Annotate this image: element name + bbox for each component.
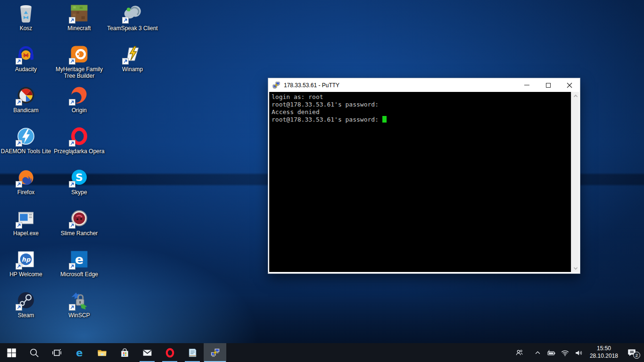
notepad-icon	[187, 347, 198, 358]
putty-window: 178.33.53.61 - PuTTY login as: rootroot@…	[268, 78, 580, 274]
svg-text:e: e	[76, 347, 83, 358]
shortcut-arrow-icon	[69, 222, 75, 229]
shortcut-arrow-icon	[16, 181, 22, 188]
close-button[interactable]	[559, 78, 580, 92]
start-icon	[6, 347, 17, 358]
desktop-icon-label: WinSCP	[68, 312, 90, 319]
task-view-icon	[51, 347, 62, 358]
desktop-icon-origin[interactable]: Origin	[50, 85, 108, 114]
taskbar-file-explorer-button[interactable]	[91, 343, 113, 362]
taskbar: e 15:50 28.10.2018 2	[0, 343, 644, 362]
skype-icon: S	[69, 167, 90, 188]
shortcut-arrow-icon	[122, 58, 129, 65]
taskbar-putty-button[interactable]	[204, 343, 226, 362]
mail-icon	[142, 347, 153, 358]
desktop-icon-audacity[interactable]: Audacity	[0, 44, 55, 73]
desktop-icon-recycle-bin[interactable]: Kosz	[0, 3, 55, 32]
taskbar-store-button[interactable]	[113, 343, 136, 362]
origin-icon	[69, 85, 90, 106]
tray-battery-icon[interactable]	[545, 343, 558, 362]
svg-text:e: e	[75, 252, 83, 267]
taskbar-clock[interactable]: 15:50 28.10.2018	[586, 345, 622, 360]
close-icon	[567, 82, 572, 88]
winamp-icon	[122, 44, 143, 65]
desktop-icon-skype[interactable]: SSkype	[50, 167, 108, 196]
scrollbar-down-icon[interactable]	[571, 264, 579, 272]
shortcut-arrow-icon	[16, 58, 22, 65]
desktop-icon-opera[interactable]: Przeglądarka Opera	[50, 126, 108, 155]
scrollbar-up-icon[interactable]	[571, 92, 579, 100]
desktop-icon-minecraft[interactable]: Minecraft	[50, 3, 108, 32]
taskbar-edge-button[interactable]: e	[68, 343, 91, 362]
notification-badge: 2	[633, 352, 640, 359]
desktop-icon-bandicam[interactable]: Bandicam	[0, 85, 55, 114]
desktop-icon-slime-rancher[interactable]: Slime Rancher	[50, 208, 108, 237]
desktop-icon-label: Kosz	[20, 25, 33, 32]
shortcut-arrow-icon	[16, 304, 22, 311]
edge-icon: e	[74, 347, 85, 358]
audacity-icon	[16, 44, 36, 65]
maximize-button[interactable]	[537, 78, 559, 92]
terminal-scrollbar[interactable]	[571, 92, 579, 272]
taskbar-search-button[interactable]	[23, 343, 45, 362]
desktop-icon-label: Slime Rancher	[61, 230, 98, 237]
desktop-icon-hp-welcome[interactable]: hpHP Welcome	[0, 249, 55, 278]
minecraft-icon	[69, 3, 90, 24]
desktop-icon-label: Hapel.exe	[13, 230, 39, 237]
tray-wifi-icon[interactable]	[558, 343, 572, 362]
daemon-tools-icon	[16, 126, 36, 147]
teamspeak-icon	[122, 3, 143, 24]
shortcut-arrow-icon	[69, 17, 75, 24]
tray-people-icon[interactable]	[512, 343, 526, 362]
desktop-icon-label: Bandicam	[13, 107, 38, 114]
terminal-cursor	[382, 116, 387, 123]
putty-titlebar[interactable]: 178.33.53.61 - PuTTY	[268, 78, 580, 92]
taskbar-buttons: e	[0, 343, 226, 362]
terminal[interactable]: login as: rootroot@178.33.53.61's passwo…	[269, 92, 579, 272]
terminal-line: root@178.33.53.61's password:	[272, 101, 571, 108]
shortcut-arrow-icon	[69, 304, 75, 311]
shortcut-arrow-icon	[69, 140, 75, 147]
shortcut-arrow-icon	[69, 181, 75, 188]
desktop-icon-steam[interactable]: Steam	[0, 290, 55, 319]
recycle-bin-icon	[16, 3, 36, 24]
taskbar-notepad-button[interactable]	[181, 343, 204, 362]
file-explorer-icon	[97, 347, 107, 358]
desktop-icon-label: Audacity	[15, 66, 37, 73]
desktop-icon-ms-edge[interactable]: eMicrosoft Edge	[50, 249, 108, 278]
taskbar-start-button[interactable]	[0, 343, 23, 362]
desktop-icon-firefox[interactable]: Firefox	[0, 167, 55, 196]
desktop-icon-label: Firefox	[17, 189, 35, 196]
tray-volume-icon[interactable]	[572, 343, 586, 362]
desktop-icon-winscp[interactable]: WinSCP	[50, 290, 108, 319]
desktop-icon-hapel[interactable]: Hapel.exe	[0, 208, 55, 237]
bandicam-icon	[16, 85, 36, 106]
shortcut-arrow-icon	[16, 222, 22, 229]
shortcut-arrow-icon	[16, 140, 22, 147]
taskbar-opera-button[interactable]	[158, 343, 181, 362]
action-center-button[interactable]: 2	[622, 343, 641, 362]
desktop-icon-label: Origin	[72, 107, 87, 114]
shortcut-arrow-icon	[16, 263, 22, 270]
opera-icon	[69, 126, 90, 147]
terminal-line: Access denied	[272, 108, 571, 116]
desktop-icon-label: Przeglądarka Opera	[54, 148, 104, 155]
steam-icon	[16, 290, 36, 311]
desktop-icon-winamp[interactable]: Winamp	[103, 44, 162, 73]
desktop-icon-label: Skype	[71, 189, 87, 196]
ms-edge-icon: e	[69, 249, 90, 270]
desktop-icon-label: TeamSpeak 3 Client	[107, 25, 157, 32]
taskbar-task-view-button[interactable]	[45, 343, 68, 362]
desktop-icon-teamspeak[interactable]: TeamSpeak 3 Client	[103, 3, 162, 32]
desktop-icon-daemon-tools[interactable]: DAEMON Tools Lite	[0, 126, 55, 155]
desktop-icon-myheritage[interactable]: MyHeritage Family Tree Builder	[50, 44, 108, 79]
myheritage-icon	[69, 44, 90, 65]
shortcut-arrow-icon	[122, 17, 129, 24]
tray-chevron-up-icon[interactable]	[531, 343, 545, 362]
minimize-button[interactable]	[516, 78, 537, 92]
taskbar-mail-button[interactable]	[136, 343, 158, 362]
desktop-icon-label: Steam	[18, 312, 34, 319]
store-icon	[119, 347, 130, 358]
desktop-icon-label: Microsoft Edge	[60, 271, 98, 278]
hp-welcome-icon: hp	[16, 249, 36, 270]
